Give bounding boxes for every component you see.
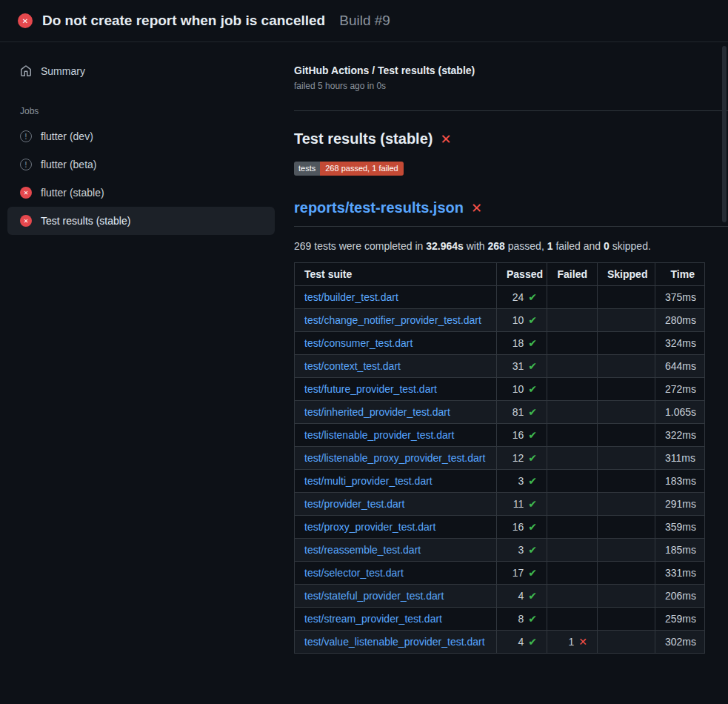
failed-cell [547, 309, 598, 332]
skipped-cell [598, 493, 655, 516]
time-cell: 185ms [655, 539, 705, 562]
failed-cell [547, 355, 598, 378]
time-cell: 1.065s [655, 401, 705, 424]
table-row: test/inherited_provider_test.dart81 ✔1.0… [295, 401, 705, 424]
sidebar-item-job[interactable]: ✕Test results (stable) [7, 207, 275, 235]
skipped-cell [598, 447, 655, 470]
suite-cell: test/listenable_proxy_provider_test.dart [295, 447, 497, 470]
passed-cell: 31 ✔ [497, 355, 547, 378]
failed-cell [547, 286, 598, 309]
time-cell: 302ms [655, 631, 705, 654]
passed-cell: 3 ✔ [497, 470, 547, 493]
column-header: Passed [497, 263, 547, 286]
table-header-row: Test suitePassedFailedSkippedTime [295, 263, 705, 286]
table-row: test/stateful_provider_test.dart4 ✔206ms [295, 585, 705, 608]
suite-cell: test/change_notifier_provider_test.dart [295, 309, 497, 332]
table-row: test/value_listenable_provider_test.dart… [295, 631, 705, 654]
test-suite-link[interactable]: test/reassemble_test.dart [304, 544, 421, 556]
suite-cell: test/reassemble_test.dart [295, 539, 497, 562]
test-suite-link[interactable]: test/consumer_test.dart [304, 337, 413, 349]
passed-check-icon: ✔ [528, 590, 537, 602]
passed-cell: 16 ✔ [497, 424, 547, 447]
failed-x-icon: ✕ [578, 636, 587, 648]
test-suite-link[interactable]: test/stateful_provider_test.dart [304, 590, 444, 602]
skipped-cell [598, 378, 655, 401]
section-title-text: Test results (stable) [294, 130, 433, 147]
time-cell: 359ms [655, 516, 705, 539]
passed-check-icon: ✔ [528, 475, 537, 487]
suite-cell: test/context_test.dart [295, 355, 497, 378]
test-suite-link[interactable]: test/inherited_provider_test.dart [304, 406, 450, 418]
passed-cell: 16 ✔ [497, 516, 547, 539]
skipped-cell [598, 539, 655, 562]
failed-cell [547, 332, 598, 355]
failed-status-icon: ✕ [18, 13, 33, 28]
report-title: reports/test-results.json ✕ [294, 199, 728, 227]
sidebar-item-summary[interactable]: Summary [7, 59, 275, 84]
table-row: test/multi_provider_test.dart3 ✔183ms [295, 470, 705, 493]
skipped-cell [598, 631, 655, 654]
test-suite-link[interactable]: test/provider_test.dart [304, 498, 404, 510]
test-suite-link[interactable]: test/builder_test.dart [304, 291, 398, 303]
passed-cell: 10 ✔ [497, 378, 547, 401]
time-cell: 291ms [655, 493, 705, 516]
test-suite-link[interactable]: test/listenable_provider_test.dart [304, 429, 454, 441]
passed-cell: 4 ✔ [497, 585, 547, 608]
report-file-link[interactable]: reports/test-results.json [294, 199, 464, 216]
sidebar: Summary Jobs !flutter (dev)!flutter (bet… [0, 42, 282, 235]
neutral-status-icon: ! [20, 159, 32, 170]
suite-cell: test/consumer_test.dart [295, 332, 497, 355]
column-header: Time [655, 263, 705, 286]
passed-check-icon: ✔ [528, 337, 537, 349]
passed-check-icon: ✔ [528, 567, 537, 579]
table-row: test/consumer_test.dart18 ✔324ms [295, 332, 705, 355]
column-header: Test suite [295, 263, 497, 286]
suite-cell: test/stream_provider_test.dart [295, 608, 497, 631]
test-suite-link[interactable]: test/future_provider_test.dart [304, 383, 437, 395]
failed-cell [547, 493, 598, 516]
passed-cell: 4 ✔ [497, 631, 547, 654]
table-row: test/stream_provider_test.dart8 ✔259ms [295, 608, 705, 631]
run-header: ✕ Do not create report when job is cance… [0, 0, 728, 42]
failed-status-icon: ✕ [20, 215, 32, 227]
time-cell: 375ms [655, 286, 705, 309]
test-suite-link[interactable]: test/selector_test.dart [304, 567, 404, 579]
suite-cell: test/multi_provider_test.dart [295, 470, 497, 493]
skipped-cell [598, 562, 655, 585]
test-suite-link[interactable]: test/proxy_provider_test.dart [304, 521, 435, 533]
test-suite-link[interactable]: test/value_listenable_provider_test.dart [304, 636, 485, 648]
run-status-line: failed 5 hours ago in 0s [294, 81, 728, 91]
vertical-scrollbar[interactable] [722, 46, 727, 222]
failed-cell [547, 562, 598, 585]
sidebar-item-job[interactable]: ✕flutter (stable) [7, 179, 275, 207]
failed-x-icon: ✕ [440, 133, 451, 146]
skipped-cell [598, 309, 655, 332]
test-suite-link[interactable]: test/change_notifier_provider_test.dart [304, 314, 481, 326]
test-suite-link[interactable]: test/stream_provider_test.dart [304, 613, 442, 625]
passed-cell: 18 ✔ [497, 332, 547, 355]
passed-check-icon: ✔ [528, 636, 537, 648]
failed-x-icon: ✕ [471, 202, 482, 215]
skipped-cell [598, 516, 655, 539]
sidebar-item-job[interactable]: !flutter (beta) [7, 150, 275, 179]
failed-cell [547, 585, 598, 608]
job-label: flutter (beta) [41, 159, 96, 170]
time-cell: 280ms [655, 309, 705, 332]
jobs-list: !flutter (dev)!flutter (beta)✕flutter (s… [0, 122, 282, 235]
table-row: test/reassemble_test.dart3 ✔185ms [295, 539, 705, 562]
breadcrumb: GitHub Actions / Test results (stable) [294, 64, 728, 76]
badge-label: tests [294, 162, 320, 176]
passed-check-icon: ✔ [528, 406, 537, 418]
test-suite-link[interactable]: test/listenable_proxy_provider_test.dart [304, 452, 485, 464]
sidebar-item-job[interactable]: !flutter (dev) [7, 122, 275, 150]
passed-cell: 8 ✔ [497, 608, 547, 631]
neutral-status-icon: ! [20, 130, 32, 142]
skipped-cell [598, 401, 655, 424]
job-label: flutter (dev) [41, 130, 93, 142]
passed-check-icon: ✔ [528, 521, 537, 533]
skipped-cell [598, 424, 655, 447]
table-row: test/listenable_provider_test.dart16 ✔32… [295, 424, 705, 447]
skipped-cell [598, 470, 655, 493]
test-suite-link[interactable]: test/context_test.dart [304, 360, 401, 372]
test-suite-link[interactable]: test/multi_provider_test.dart [304, 475, 433, 487]
